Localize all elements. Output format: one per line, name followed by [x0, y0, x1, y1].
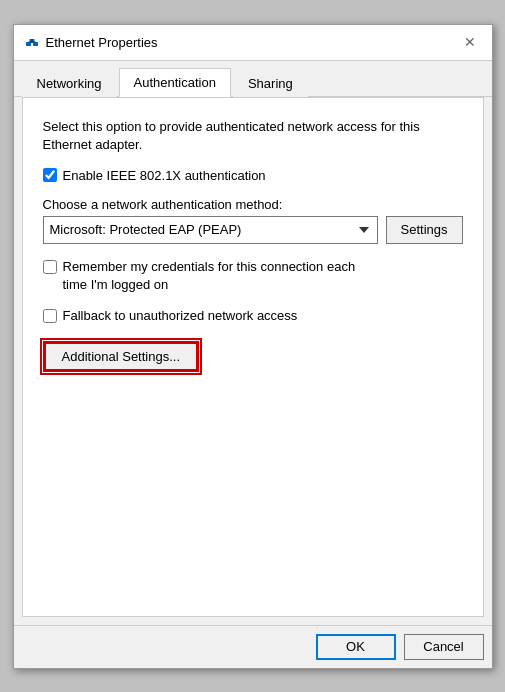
auth-method-dropdown[interactable]: Microsoft: Protected EAP (PEAP) Microsof… — [43, 216, 378, 244]
method-label: Choose a network authentication method: — [43, 197, 463, 212]
window-title: Ethernet Properties — [46, 35, 158, 50]
additional-settings-container: Additional Settings... — [43, 341, 463, 372]
description-text: Select this option to provide authentica… — [43, 118, 463, 154]
tab-sharing[interactable]: Sharing — [233, 69, 308, 97]
tab-networking[interactable]: Networking — [22, 69, 117, 97]
tabs-bar: Networking Authentication Sharing — [14, 61, 492, 97]
fallback-checkbox[interactable] — [43, 309, 57, 323]
method-section: Choose a network authentication method: … — [43, 197, 463, 244]
fallback-label: Fallback to unauthorized network access — [63, 308, 298, 323]
content-panel: Select this option to provide authentica… — [22, 97, 484, 617]
cancel-button[interactable]: Cancel — [404, 634, 484, 660]
title-bar-left: Ethernet Properties — [24, 34, 158, 50]
footer-buttons: OK Cancel — [14, 625, 492, 668]
tab-authentication[interactable]: Authentication — [119, 68, 231, 97]
network-adapter-icon — [24, 34, 40, 50]
enable-ieee-row: Enable IEEE 802.1X authentication — [43, 168, 463, 183]
remember-credentials-row: Remember my credentials for this connect… — [43, 258, 463, 294]
enable-ieee-checkbox[interactable] — [43, 168, 57, 182]
close-button[interactable]: ✕ — [458, 30, 482, 54]
title-bar: Ethernet Properties ✕ — [14, 25, 492, 61]
ok-button[interactable]: OK — [316, 634, 396, 660]
remember-credentials-checkbox[interactable] — [43, 260, 57, 274]
settings-button[interactable]: Settings — [386, 216, 463, 244]
fallback-row: Fallback to unauthorized network access — [43, 308, 463, 323]
remember-credentials-label: Remember my credentials for this connect… — [63, 258, 356, 294]
enable-ieee-label: Enable IEEE 802.1X authentication — [63, 168, 266, 183]
additional-settings-button[interactable]: Additional Settings... — [43, 341, 200, 372]
ethernet-properties-window: Ethernet Properties ✕ Networking Authent… — [13, 24, 493, 669]
dropdown-row: Microsoft: Protected EAP (PEAP) Microsof… — [43, 216, 463, 244]
